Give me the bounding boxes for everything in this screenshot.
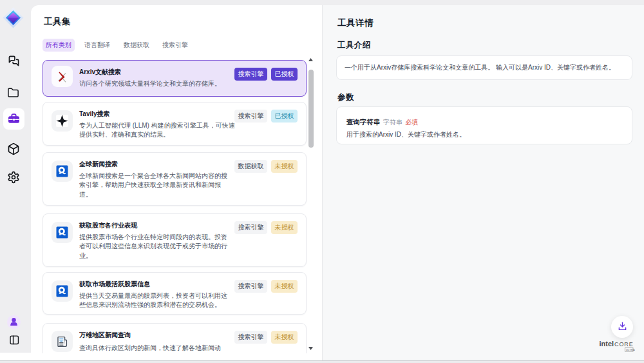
svg-text:ULTRA: ULTRA bbox=[626, 348, 635, 351]
svg-text:intel: intel bbox=[600, 340, 614, 348]
svg-text:CORE: CORE bbox=[614, 341, 634, 348]
